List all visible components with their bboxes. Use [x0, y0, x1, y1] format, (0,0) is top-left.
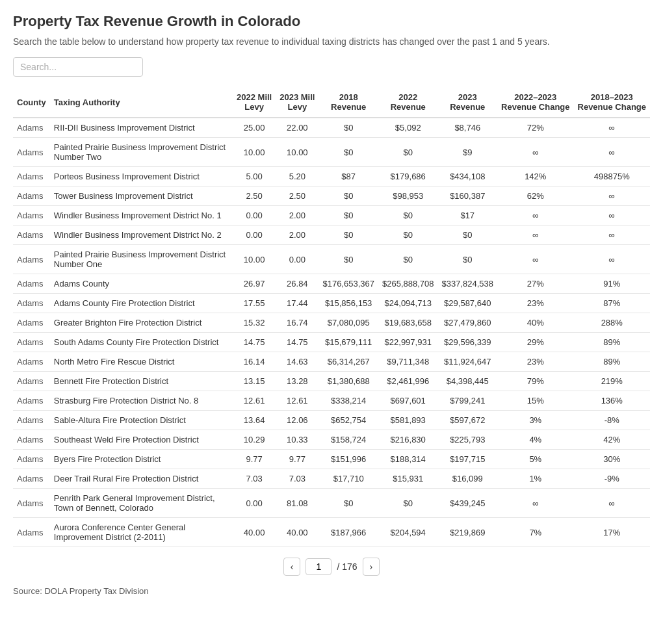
cell-taxing-authority: Byers Fire Protection District [50, 450, 233, 469]
cell-taxing-authority: Adams County [50, 274, 233, 294]
cell-levy-2022: 7.03 [233, 469, 276, 489]
table-header-row: County Taxing Authority 2022 MillLevy 20… [13, 87, 650, 118]
cell-taxing-authority: Windler Business Improvement District No… [50, 225, 233, 245]
cell-rev-2023: $29,596,339 [438, 333, 498, 352]
table-row: Adams Deer Trail Rural Fire Protection D… [13, 469, 650, 489]
cell-county: Adams [13, 518, 50, 547]
pagination: ‹ / 176 › [13, 558, 650, 576]
cell-taxing-authority: Painted Prairie Business Improvement Dis… [50, 138, 233, 167]
prev-page-button[interactable]: ‹ [283, 558, 301, 576]
cell-county: Adams [13, 313, 50, 333]
cell-rev-2018: $652,754 [318, 411, 378, 430]
cell-change-2022-2023: 3% [497, 411, 573, 430]
page-number-input[interactable] [306, 558, 332, 575]
data-table: County Taxing Authority 2022 MillLevy 20… [13, 87, 650, 547]
cell-levy-2022: 9.77 [233, 450, 276, 469]
cell-taxing-authority: Greater Brighton Fire Protection Distric… [50, 313, 233, 333]
cell-change-2022-2023: 29% [497, 333, 573, 352]
cell-rev-2023: $197,715 [438, 450, 498, 469]
cell-change-2022-2023: 23% [497, 294, 573, 313]
table-row: Adams Adams County Fire Protection Distr… [13, 294, 650, 313]
cell-rev-2018: $0 [318, 245, 378, 274]
cell-change-2022-2023: ∞ [497, 225, 573, 245]
cell-rev-2022: $22,997,931 [378, 333, 438, 352]
cell-levy-2022: 2.50 [233, 187, 276, 206]
cell-levy-2022: 0.00 [233, 225, 276, 245]
cell-change-2018-2023: 89% [574, 333, 650, 352]
cell-change-2018-2023: 30% [574, 450, 650, 469]
cell-levy-2022: 15.32 [233, 313, 276, 333]
col-rev-2022: 2022Revenue [378, 87, 438, 118]
cell-levy-2022: 5.00 [233, 167, 276, 187]
cell-levy-2023: 2.50 [276, 187, 318, 206]
table-row: Adams Aurora Conference Center General I… [13, 518, 650, 547]
cell-change-2022-2023: 15% [497, 391, 573, 411]
cell-rev-2022: $0 [378, 138, 438, 167]
cell-taxing-authority: Porteos Business Improvement District [50, 167, 233, 187]
cell-change-2018-2023: -8% [574, 411, 650, 430]
cell-taxing-authority: Southeast Weld Fire Protection District [50, 430, 233, 450]
col-rev-2018: 2018Revenue [318, 87, 378, 118]
table-row: Adams Adams County 26.97 26.84 $176,653,… [13, 274, 650, 294]
cell-taxing-authority: Windler Business Improvement District No… [50, 206, 233, 225]
cell-change-2018-2023: 219% [574, 372, 650, 391]
cell-change-2018-2023: 17% [574, 518, 650, 547]
cell-levy-2022: 0.00 [233, 489, 276, 518]
cell-rev-2023: $225,793 [438, 430, 498, 450]
cell-levy-2023: 26.84 [276, 274, 318, 294]
cell-rev-2023: $16,099 [438, 469, 498, 489]
cell-levy-2023: 10.00 [276, 138, 318, 167]
cell-levy-2023: 14.63 [276, 352, 318, 372]
cell-levy-2023: 17.44 [276, 294, 318, 313]
cell-change-2022-2023: 1% [497, 469, 573, 489]
cell-rev-2022: $188,314 [378, 450, 438, 469]
cell-rev-2022: $204,594 [378, 518, 438, 547]
table-row: Adams North Metro Fire Rescue District 1… [13, 352, 650, 372]
cell-levy-2023: 22.00 [276, 118, 318, 138]
cell-levy-2023: 12.61 [276, 391, 318, 411]
cell-county: Adams [13, 411, 50, 430]
cell-levy-2023: 2.00 [276, 206, 318, 225]
cell-rev-2022: $179,686 [378, 167, 438, 187]
cell-rev-2022: $216,830 [378, 430, 438, 450]
col-levy-2023: 2023 MillLevy [276, 87, 318, 118]
table-row: Adams Bennett Fire Protection District 1… [13, 372, 650, 391]
table-row: Adams Sable-Altura Fire Protection Distr… [13, 411, 650, 430]
cell-change-2022-2023: ∞ [497, 489, 573, 518]
table-row: Adams Strasburg Fire Protection District… [13, 391, 650, 411]
table-row: Adams Southeast Weld Fire Protection Dis… [13, 430, 650, 450]
table-row: Adams South Adams County Fire Protection… [13, 333, 650, 352]
cell-county: Adams [13, 118, 50, 138]
cell-rev-2018: $87 [318, 167, 378, 187]
col-rev-2023: 2023Revenue [438, 87, 498, 118]
col-taxing-authority: Taxing Authority [50, 87, 233, 118]
cell-levy-2023: 81.08 [276, 489, 318, 518]
cell-rev-2023: $0 [438, 245, 498, 274]
cell-levy-2022: 26.97 [233, 274, 276, 294]
table-row: Adams Greater Brighton Fire Protection D… [13, 313, 650, 333]
col-levy-2022: 2022 MillLevy [233, 87, 276, 118]
cell-taxing-authority: Deer Trail Rural Fire Protection Distric… [50, 469, 233, 489]
cell-change-2022-2023: 62% [497, 187, 573, 206]
cell-change-2018-2023: ∞ [574, 245, 650, 274]
cell-taxing-authority: Penrith Park General Improvement Distric… [50, 489, 233, 518]
page-total: / 176 [337, 561, 357, 572]
cell-change-2022-2023: 72% [497, 118, 573, 138]
cell-change-2018-2023: ∞ [574, 206, 650, 225]
cell-rev-2023: $4,398,445 [438, 372, 498, 391]
cell-county: Adams [13, 245, 50, 274]
search-input[interactable] [13, 57, 143, 77]
cell-county: Adams [13, 430, 50, 450]
cell-rev-2023: $337,824,538 [438, 274, 498, 294]
cell-rev-2023: $219,869 [438, 518, 498, 547]
cell-rev-2023: $160,387 [438, 187, 498, 206]
cell-taxing-authority: Strasburg Fire Protection District No. 8 [50, 391, 233, 411]
cell-change-2018-2023: 136% [574, 391, 650, 411]
table-row: Adams Painted Prairie Business Improveme… [13, 245, 650, 274]
cell-taxing-authority: Painted Prairie Business Improvement Dis… [50, 245, 233, 274]
cell-taxing-authority: Sable-Altura Fire Protection District [50, 411, 233, 430]
cell-taxing-authority: Adams County Fire Protection District [50, 294, 233, 313]
cell-county: Adams [13, 469, 50, 489]
cell-rev-2023: $8,746 [438, 118, 498, 138]
next-page-button[interactable]: › [363, 558, 380, 576]
